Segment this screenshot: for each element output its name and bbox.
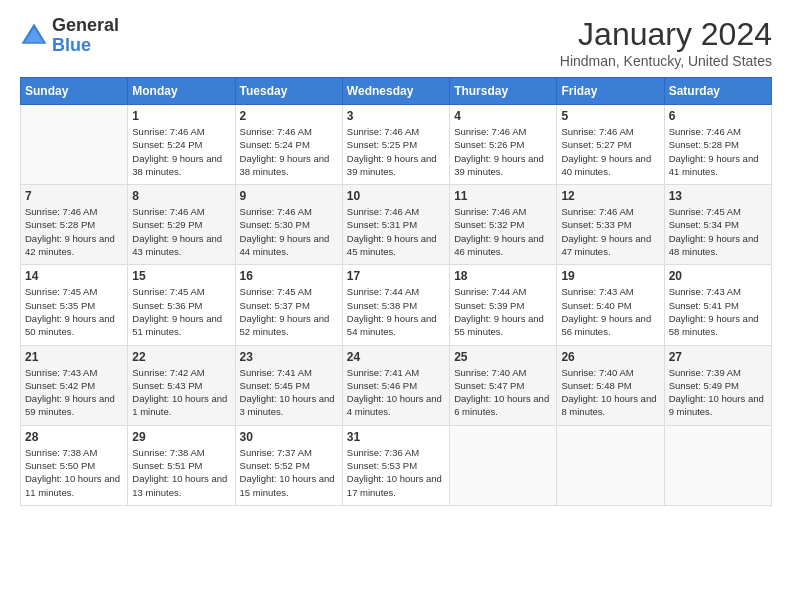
calendar-cell: 15Sunrise: 7:45 AMSunset: 5:36 PMDayligh… [128, 265, 235, 345]
day-number: 31 [347, 430, 445, 444]
calendar-cell [557, 425, 664, 505]
calendar-cell: 9Sunrise: 7:46 AMSunset: 5:30 PMDaylight… [235, 185, 342, 265]
day-info: Sunrise: 7:44 AMSunset: 5:38 PMDaylight:… [347, 285, 445, 338]
calendar-cell: 17Sunrise: 7:44 AMSunset: 5:38 PMDayligh… [342, 265, 449, 345]
calendar-cell: 13Sunrise: 7:45 AMSunset: 5:34 PMDayligh… [664, 185, 771, 265]
calendar-cell: 11Sunrise: 7:46 AMSunset: 5:32 PMDayligh… [450, 185, 557, 265]
calendar-week-row: 21Sunrise: 7:43 AMSunset: 5:42 PMDayligh… [21, 345, 772, 425]
day-number: 29 [132, 430, 230, 444]
calendar-cell: 18Sunrise: 7:44 AMSunset: 5:39 PMDayligh… [450, 265, 557, 345]
logo-general: General [52, 15, 119, 35]
day-info: Sunrise: 7:44 AMSunset: 5:39 PMDaylight:… [454, 285, 552, 338]
calendar-cell: 25Sunrise: 7:40 AMSunset: 5:47 PMDayligh… [450, 345, 557, 425]
calendar-cell: 22Sunrise: 7:42 AMSunset: 5:43 PMDayligh… [128, 345, 235, 425]
calendar-week-row: 28Sunrise: 7:38 AMSunset: 5:50 PMDayligh… [21, 425, 772, 505]
day-info: Sunrise: 7:45 AMSunset: 5:34 PMDaylight:… [669, 205, 767, 258]
calendar-table: SundayMondayTuesdayWednesdayThursdayFrid… [20, 77, 772, 506]
calendar-cell: 8Sunrise: 7:46 AMSunset: 5:29 PMDaylight… [128, 185, 235, 265]
header-thursday: Thursday [450, 78, 557, 105]
calendar-cell: 14Sunrise: 7:45 AMSunset: 5:35 PMDayligh… [21, 265, 128, 345]
calendar-cell: 28Sunrise: 7:38 AMSunset: 5:50 PMDayligh… [21, 425, 128, 505]
logo: General Blue [20, 16, 119, 56]
logo-blue: Blue [52, 35, 91, 55]
day-info: Sunrise: 7:46 AMSunset: 5:29 PMDaylight:… [132, 205, 230, 258]
day-number: 25 [454, 350, 552, 364]
day-number: 18 [454, 269, 552, 283]
calendar-cell: 20Sunrise: 7:43 AMSunset: 5:41 PMDayligh… [664, 265, 771, 345]
day-number: 21 [25, 350, 123, 364]
page-header: General Blue January 2024 Hindman, Kentu… [20, 16, 772, 69]
day-info: Sunrise: 7:46 AMSunset: 5:33 PMDaylight:… [561, 205, 659, 258]
day-number: 1 [132, 109, 230, 123]
logo-icon [20, 22, 48, 50]
calendar-week-row: 14Sunrise: 7:45 AMSunset: 5:35 PMDayligh… [21, 265, 772, 345]
day-number: 12 [561, 189, 659, 203]
day-number: 23 [240, 350, 338, 364]
day-number: 19 [561, 269, 659, 283]
day-info: Sunrise: 7:46 AMSunset: 5:28 PMDaylight:… [669, 125, 767, 178]
day-info: Sunrise: 7:46 AMSunset: 5:24 PMDaylight:… [240, 125, 338, 178]
calendar-cell: 23Sunrise: 7:41 AMSunset: 5:45 PMDayligh… [235, 345, 342, 425]
calendar-cell: 5Sunrise: 7:46 AMSunset: 5:27 PMDaylight… [557, 105, 664, 185]
day-number: 14 [25, 269, 123, 283]
header-tuesday: Tuesday [235, 78, 342, 105]
day-number: 2 [240, 109, 338, 123]
header-friday: Friday [557, 78, 664, 105]
day-info: Sunrise: 7:46 AMSunset: 5:32 PMDaylight:… [454, 205, 552, 258]
day-number: 22 [132, 350, 230, 364]
calendar-cell: 24Sunrise: 7:41 AMSunset: 5:46 PMDayligh… [342, 345, 449, 425]
calendar-cell: 16Sunrise: 7:45 AMSunset: 5:37 PMDayligh… [235, 265, 342, 345]
calendar-cell: 3Sunrise: 7:46 AMSunset: 5:25 PMDaylight… [342, 105, 449, 185]
day-info: Sunrise: 7:41 AMSunset: 5:45 PMDaylight:… [240, 366, 338, 419]
day-info: Sunrise: 7:42 AMSunset: 5:43 PMDaylight:… [132, 366, 230, 419]
day-number: 11 [454, 189, 552, 203]
day-number: 13 [669, 189, 767, 203]
calendar-cell: 2Sunrise: 7:46 AMSunset: 5:24 PMDaylight… [235, 105, 342, 185]
day-info: Sunrise: 7:43 AMSunset: 5:40 PMDaylight:… [561, 285, 659, 338]
day-info: Sunrise: 7:41 AMSunset: 5:46 PMDaylight:… [347, 366, 445, 419]
day-number: 6 [669, 109, 767, 123]
calendar-header-row: SundayMondayTuesdayWednesdayThursdayFrid… [21, 78, 772, 105]
day-info: Sunrise: 7:45 AMSunset: 5:36 PMDaylight:… [132, 285, 230, 338]
day-number: 27 [669, 350, 767, 364]
day-info: Sunrise: 7:36 AMSunset: 5:53 PMDaylight:… [347, 446, 445, 499]
calendar-cell [450, 425, 557, 505]
calendar-cell: 26Sunrise: 7:40 AMSunset: 5:48 PMDayligh… [557, 345, 664, 425]
day-info: Sunrise: 7:38 AMSunset: 5:51 PMDaylight:… [132, 446, 230, 499]
location: Hindman, Kentucky, United States [560, 53, 772, 69]
day-info: Sunrise: 7:46 AMSunset: 5:30 PMDaylight:… [240, 205, 338, 258]
day-info: Sunrise: 7:38 AMSunset: 5:50 PMDaylight:… [25, 446, 123, 499]
day-info: Sunrise: 7:46 AMSunset: 5:27 PMDaylight:… [561, 125, 659, 178]
title-block: January 2024 Hindman, Kentucky, United S… [560, 16, 772, 69]
calendar-week-row: 7Sunrise: 7:46 AMSunset: 5:28 PMDaylight… [21, 185, 772, 265]
calendar-cell: 19Sunrise: 7:43 AMSunset: 5:40 PMDayligh… [557, 265, 664, 345]
day-number: 15 [132, 269, 230, 283]
header-saturday: Saturday [664, 78, 771, 105]
day-number: 8 [132, 189, 230, 203]
day-number: 5 [561, 109, 659, 123]
day-number: 17 [347, 269, 445, 283]
calendar-week-row: 1Sunrise: 7:46 AMSunset: 5:24 PMDaylight… [21, 105, 772, 185]
day-info: Sunrise: 7:45 AMSunset: 5:37 PMDaylight:… [240, 285, 338, 338]
day-info: Sunrise: 7:46 AMSunset: 5:26 PMDaylight:… [454, 125, 552, 178]
day-number: 7 [25, 189, 123, 203]
day-number: 26 [561, 350, 659, 364]
day-info: Sunrise: 7:46 AMSunset: 5:28 PMDaylight:… [25, 205, 123, 258]
day-info: Sunrise: 7:40 AMSunset: 5:48 PMDaylight:… [561, 366, 659, 419]
calendar-cell: 29Sunrise: 7:38 AMSunset: 5:51 PMDayligh… [128, 425, 235, 505]
day-info: Sunrise: 7:46 AMSunset: 5:31 PMDaylight:… [347, 205, 445, 258]
header-wednesday: Wednesday [342, 78, 449, 105]
calendar-cell: 1Sunrise: 7:46 AMSunset: 5:24 PMDaylight… [128, 105, 235, 185]
calendar-cell: 6Sunrise: 7:46 AMSunset: 5:28 PMDaylight… [664, 105, 771, 185]
calendar-cell: 27Sunrise: 7:39 AMSunset: 5:49 PMDayligh… [664, 345, 771, 425]
day-number: 24 [347, 350, 445, 364]
day-info: Sunrise: 7:43 AMSunset: 5:42 PMDaylight:… [25, 366, 123, 419]
day-info: Sunrise: 7:46 AMSunset: 5:25 PMDaylight:… [347, 125, 445, 178]
month-title: January 2024 [560, 16, 772, 53]
day-info: Sunrise: 7:45 AMSunset: 5:35 PMDaylight:… [25, 285, 123, 338]
day-info: Sunrise: 7:46 AMSunset: 5:24 PMDaylight:… [132, 125, 230, 178]
day-number: 10 [347, 189, 445, 203]
calendar-cell: 30Sunrise: 7:37 AMSunset: 5:52 PMDayligh… [235, 425, 342, 505]
day-number: 20 [669, 269, 767, 283]
day-number: 4 [454, 109, 552, 123]
